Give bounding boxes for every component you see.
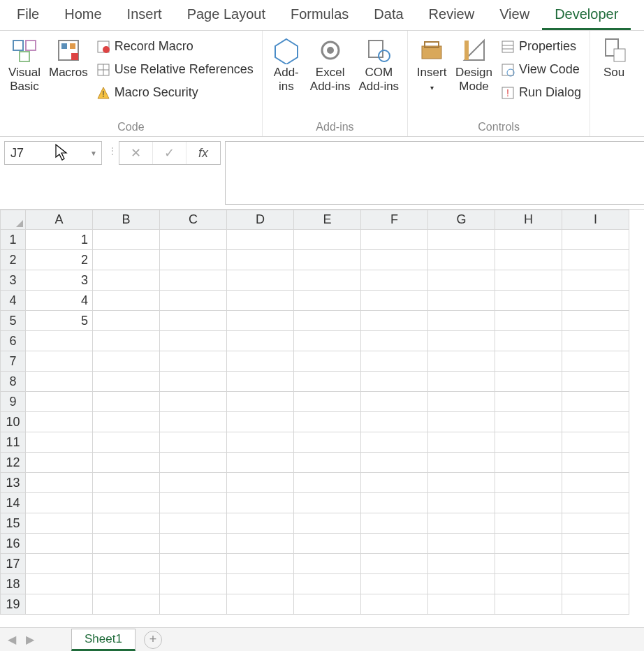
cell-A10[interactable] bbox=[26, 412, 93, 432]
cell-F1[interactable] bbox=[361, 230, 428, 250]
cell-A14[interactable] bbox=[26, 493, 93, 513]
cell-G1[interactable] bbox=[428, 230, 495, 250]
cell-E19[interactable] bbox=[294, 594, 361, 615]
cell-B2[interactable] bbox=[93, 250, 160, 270]
column-header-H[interactable]: H bbox=[495, 210, 562, 230]
cell-G6[interactable] bbox=[428, 331, 495, 351]
column-header-D[interactable]: D bbox=[227, 210, 294, 230]
cell-D10[interactable] bbox=[227, 412, 294, 432]
cell-A18[interactable] bbox=[26, 574, 93, 594]
row-header-2[interactable]: 2 bbox=[1, 250, 26, 270]
cell-C3[interactable] bbox=[160, 270, 227, 291]
cell-E13[interactable] bbox=[294, 473, 361, 493]
row-header-17[interactable]: 17 bbox=[1, 554, 26, 574]
cell-E12[interactable] bbox=[294, 453, 361, 473]
cell-G12[interactable] bbox=[428, 453, 495, 473]
cell-H10[interactable] bbox=[495, 412, 562, 432]
cell-A1[interactable]: 1 bbox=[26, 230, 93, 250]
addins-button[interactable]: Add- ins bbox=[267, 35, 306, 96]
cell-B14[interactable] bbox=[93, 493, 160, 513]
sheet-nav-prev[interactable]: ◀ bbox=[4, 632, 20, 648]
cell-G5[interactable] bbox=[428, 311, 495, 331]
cell-B18[interactable] bbox=[93, 574, 160, 594]
row-header-8[interactable]: 8 bbox=[1, 372, 26, 392]
cell-D16[interactable] bbox=[227, 534, 294, 554]
cell-F7[interactable] bbox=[361, 351, 428, 372]
cell-H7[interactable] bbox=[495, 351, 562, 372]
row-header-10[interactable]: 10 bbox=[1, 412, 26, 432]
row-header-18[interactable]: 18 bbox=[1, 574, 26, 594]
cell-C7[interactable] bbox=[160, 351, 227, 372]
cell-I2[interactable] bbox=[562, 250, 629, 270]
row-header-1[interactable]: 1 bbox=[1, 230, 26, 250]
cell-B1[interactable] bbox=[93, 230, 160, 250]
cell-I8[interactable] bbox=[562, 372, 629, 392]
cell-F3[interactable] bbox=[361, 270, 428, 291]
row-header-3[interactable]: 3 bbox=[1, 270, 26, 291]
cell-F4[interactable] bbox=[361, 291, 428, 311]
cell-C18[interactable] bbox=[160, 574, 227, 594]
cell-F19[interactable] bbox=[361, 594, 428, 615]
cell-C2[interactable] bbox=[160, 250, 227, 270]
cell-I13[interactable] bbox=[562, 473, 629, 493]
cell-I11[interactable] bbox=[562, 432, 629, 453]
cell-E10[interactable] bbox=[294, 412, 361, 432]
cell-G17[interactable] bbox=[428, 554, 495, 574]
source-button[interactable]: Sou bbox=[594, 35, 634, 81]
cell-B15[interactable] bbox=[93, 513, 160, 534]
cell-D12[interactable] bbox=[227, 453, 294, 473]
tab-formulas[interactable]: Formulas bbox=[278, 0, 361, 30]
cell-G14[interactable] bbox=[428, 493, 495, 513]
cell-H6[interactable] bbox=[495, 331, 562, 351]
cell-G10[interactable] bbox=[428, 412, 495, 432]
row-header-16[interactable]: 16 bbox=[1, 534, 26, 554]
cell-F11[interactable] bbox=[361, 432, 428, 453]
use-relative-references-button[interactable]: Use Relative References bbox=[95, 61, 255, 78]
cell-D8[interactable] bbox=[227, 372, 294, 392]
cell-H4[interactable] bbox=[495, 291, 562, 311]
cell-I10[interactable] bbox=[562, 412, 629, 432]
insert-function-button[interactable]: fx bbox=[186, 142, 220, 164]
design-mode-button[interactable]: Design Mode bbox=[451, 35, 497, 96]
insert-control-button[interactable]: Insert▾ bbox=[412, 35, 451, 96]
cell-H13[interactable] bbox=[495, 473, 562, 493]
cell-H19[interactable] bbox=[495, 594, 562, 615]
cell-E17[interactable] bbox=[294, 554, 361, 574]
cell-A9[interactable] bbox=[26, 392, 93, 412]
cell-G3[interactable] bbox=[428, 270, 495, 291]
column-header-F[interactable]: F bbox=[361, 210, 428, 230]
cell-G15[interactable] bbox=[428, 513, 495, 534]
tab-review[interactable]: Review bbox=[416, 0, 488, 30]
tab-view[interactable]: View bbox=[487, 0, 542, 30]
formula-input[interactable] bbox=[225, 141, 644, 205]
cell-H3[interactable] bbox=[495, 270, 562, 291]
cell-E7[interactable] bbox=[294, 351, 361, 372]
row-header-11[interactable]: 11 bbox=[1, 432, 26, 453]
cell-F13[interactable] bbox=[361, 473, 428, 493]
cell-C19[interactable] bbox=[160, 594, 227, 615]
cell-A5[interactable]: 5 bbox=[26, 311, 93, 331]
cell-I3[interactable] bbox=[562, 270, 629, 291]
view-code-button[interactable]: View Code bbox=[499, 61, 583, 78]
cell-E11[interactable] bbox=[294, 432, 361, 453]
cell-F14[interactable] bbox=[361, 493, 428, 513]
cell-B19[interactable] bbox=[93, 594, 160, 615]
row-header-15[interactable]: 15 bbox=[1, 513, 26, 534]
cell-E4[interactable] bbox=[294, 291, 361, 311]
spreadsheet-grid[interactable]: ABCDEFGHI1122334455678910111213141516171… bbox=[0, 210, 644, 627]
cell-C8[interactable] bbox=[160, 372, 227, 392]
cell-I14[interactable] bbox=[562, 493, 629, 513]
cell-G2[interactable] bbox=[428, 250, 495, 270]
row-header-7[interactable]: 7 bbox=[1, 351, 26, 372]
cell-D2[interactable] bbox=[227, 250, 294, 270]
cell-H12[interactable] bbox=[495, 453, 562, 473]
cell-A13[interactable] bbox=[26, 473, 93, 493]
cell-C17[interactable] bbox=[160, 554, 227, 574]
macro-security-button[interactable]: ! Macro Security bbox=[95, 84, 255, 101]
cell-G8[interactable] bbox=[428, 372, 495, 392]
cell-E3[interactable] bbox=[294, 270, 361, 291]
cell-A17[interactable] bbox=[26, 554, 93, 574]
cell-E8[interactable] bbox=[294, 372, 361, 392]
cell-H15[interactable] bbox=[495, 513, 562, 534]
cell-D11[interactable] bbox=[227, 432, 294, 453]
